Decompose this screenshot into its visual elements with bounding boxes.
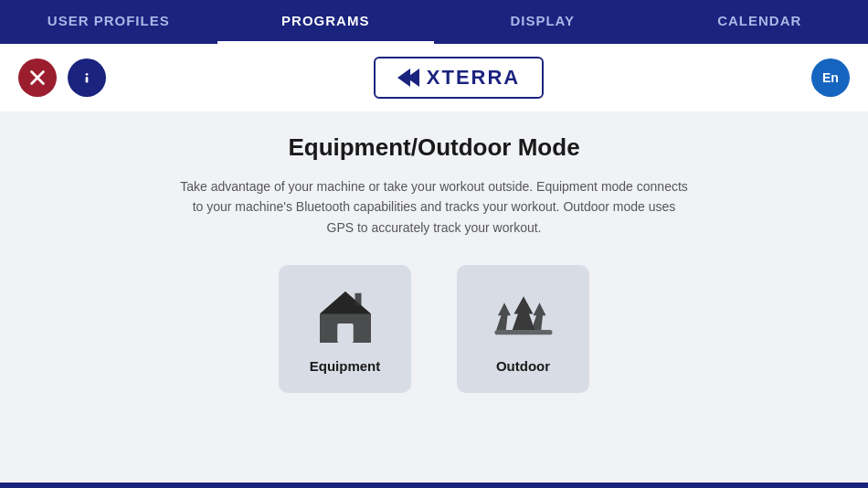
svg-rect-13 bbox=[494, 330, 552, 334]
main-content: Equipment/Outdoor Mode Take advantage of… bbox=[0, 111, 868, 411]
svg-rect-9 bbox=[355, 292, 361, 305]
nav-programs[interactable]: PROGRAMS bbox=[217, 0, 435, 44]
header-left-icons bbox=[18, 58, 106, 97]
svg-marker-10 bbox=[496, 302, 511, 330]
outdoor-mode-card[interactable]: Outdoor bbox=[457, 265, 589, 393]
nav-bar: USER PROFILES PROGRAMS DISPLAY CALENDAR bbox=[0, 0, 868, 44]
logo-box: XTERRA bbox=[374, 57, 544, 99]
outdoor-label: Outdoor bbox=[496, 358, 550, 374]
svg-rect-3 bbox=[86, 77, 89, 82]
svg-marker-12 bbox=[531, 302, 545, 330]
nav-user-profiles[interactable]: USER PROFILES bbox=[0, 0, 217, 44]
tree-icon bbox=[492, 285, 556, 349]
x-icon bbox=[27, 68, 48, 88]
nav-calendar[interactable]: CALENDAR bbox=[651, 0, 869, 44]
house-icon bbox=[313, 285, 377, 349]
page-title: Equipment/Outdoor Mode bbox=[288, 133, 579, 162]
svg-point-2 bbox=[86, 73, 89, 76]
svg-marker-11 bbox=[512, 296, 535, 330]
logo-text: XTERRA bbox=[397, 66, 520, 90]
header-row: XTERRA En bbox=[0, 44, 868, 111]
bottom-bar bbox=[0, 483, 868, 488]
equipment-label: Equipment bbox=[310, 358, 381, 374]
equipment-mode-card[interactable]: Equipment bbox=[279, 265, 411, 393]
nav-display[interactable]: DISPLAY bbox=[434, 0, 651, 44]
language-button[interactable]: En bbox=[811, 58, 850, 97]
info-button[interactable] bbox=[68, 58, 106, 97]
logo-container: XTERRA bbox=[374, 57, 544, 99]
cancel-button[interactable] bbox=[18, 58, 57, 97]
mode-buttons: Equipment Outdoor bbox=[279, 265, 589, 393]
svg-rect-7 bbox=[337, 324, 354, 343]
svg-marker-8 bbox=[320, 292, 371, 314]
logo-arrow-icon bbox=[397, 69, 423, 87]
info-icon bbox=[77, 68, 97, 88]
page-description: Take advantage of your machine or take y… bbox=[178, 176, 690, 238]
